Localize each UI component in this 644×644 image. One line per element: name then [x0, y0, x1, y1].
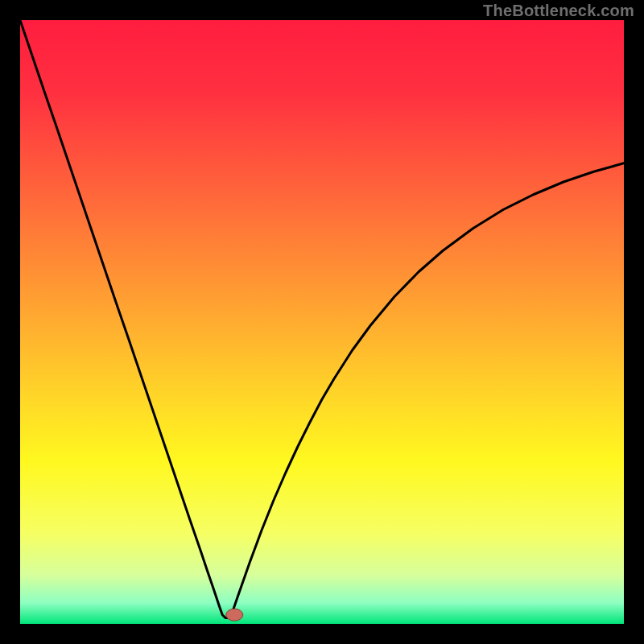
- chart-plot-area: [20, 20, 624, 624]
- optimal-marker: [226, 609, 243, 621]
- chart-frame: TheBottleneck.com: [0, 0, 644, 644]
- chart-svg: [20, 20, 624, 624]
- chart-background: [20, 20, 624, 624]
- watermark-text: TheBottleneck.com: [483, 2, 634, 20]
